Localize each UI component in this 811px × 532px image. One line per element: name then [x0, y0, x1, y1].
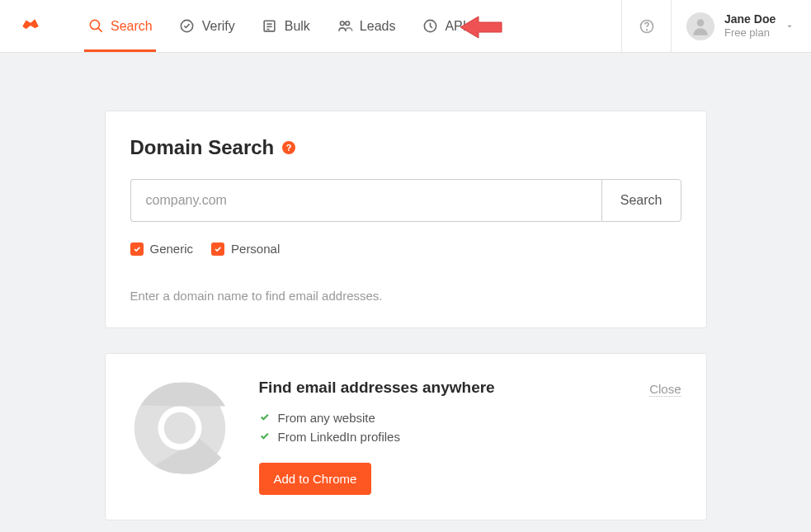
user-text: Jane Doe Free plan [724, 12, 776, 39]
feature-text: From any website [278, 411, 375, 425]
promo-feature: From any website [259, 408, 620, 427]
filter-label: Generic [150, 242, 194, 256]
nav-api[interactable]: API [408, 0, 479, 52]
bulk-icon [262, 18, 278, 35]
nav-label: Bulk [285, 19, 310, 34]
avatar-icon [690, 16, 711, 37]
svg-point-12 [697, 19, 705, 26]
add-to-chrome-button[interactable]: Add to Chrome [259, 463, 372, 495]
promo-features: From any website From LinkedIn profiles [259, 408, 620, 446]
search-button[interactable]: Search [601, 179, 681, 222]
domain-search-card: Domain Search ? Search Generic Personal … [105, 111, 707, 328]
api-icon [422, 18, 438, 35]
card-title: Domain Search [130, 136, 275, 159]
check-icon [259, 411, 270, 425]
extension-promo-card: Find email addresses anywhere From any w… [105, 353, 707, 520]
verify-icon [179, 18, 196, 35]
logo-icon [20, 16, 41, 37]
svg-point-11 [646, 29, 647, 30]
feature-text: From LinkedIn profiles [278, 430, 400, 444]
search-icon [87, 18, 104, 35]
card-help-badge[interactable]: ? [282, 141, 295, 154]
user-menu[interactable]: Jane Doe Free plan [671, 0, 811, 52]
check-icon [259, 430, 270, 444]
filter-generic[interactable]: Generic [130, 242, 194, 256]
user-name: Jane Doe [724, 12, 776, 26]
topbar: Search Verify Bulk Leads API [0, 0, 811, 53]
filter-label: Personal [231, 242, 280, 256]
help-button[interactable] [621, 0, 671, 52]
user-plan: Free plan [724, 26, 776, 40]
chrome-icon [130, 379, 229, 478]
help-icon [639, 18, 655, 35]
avatar [686, 12, 714, 40]
leads-icon [337, 18, 353, 35]
nav-verify[interactable]: Verify [166, 0, 248, 52]
svg-point-8 [346, 21, 350, 26]
nav-label: Verify [202, 19, 235, 34]
svg-point-7 [340, 21, 344, 26]
nav-label: Leads [360, 19, 396, 34]
nav-label: API [445, 19, 466, 34]
chevron-down-icon [785, 22, 794, 31]
promo-title: Find email addresses anywhere [259, 379, 620, 397]
domain-input[interactable] [130, 179, 601, 222]
svg-point-0 [90, 20, 99, 29]
nav-leads[interactable]: Leads [323, 0, 409, 52]
hint-text: Enter a domain name to find email addres… [130, 289, 681, 303]
nav-label: Search [111, 19, 153, 34]
close-promo-link[interactable]: Close [649, 382, 681, 397]
filter-personal[interactable]: Personal [211, 242, 280, 256]
svg-line-1 [97, 28, 101, 32]
checkbox-icon [130, 242, 144, 256]
nav-search[interactable]: Search [74, 0, 166, 52]
topbar-right: Jane Doe Free plan [621, 0, 811, 52]
logo[interactable] [20, 0, 41, 52]
nav-bulk[interactable]: Bulk [248, 0, 323, 52]
promo-feature: From LinkedIn profiles [259, 427, 620, 446]
main-nav: Search Verify Bulk Leads API [74, 0, 621, 52]
checkbox-icon [211, 242, 224, 256]
svg-point-17 [163, 412, 195, 444]
